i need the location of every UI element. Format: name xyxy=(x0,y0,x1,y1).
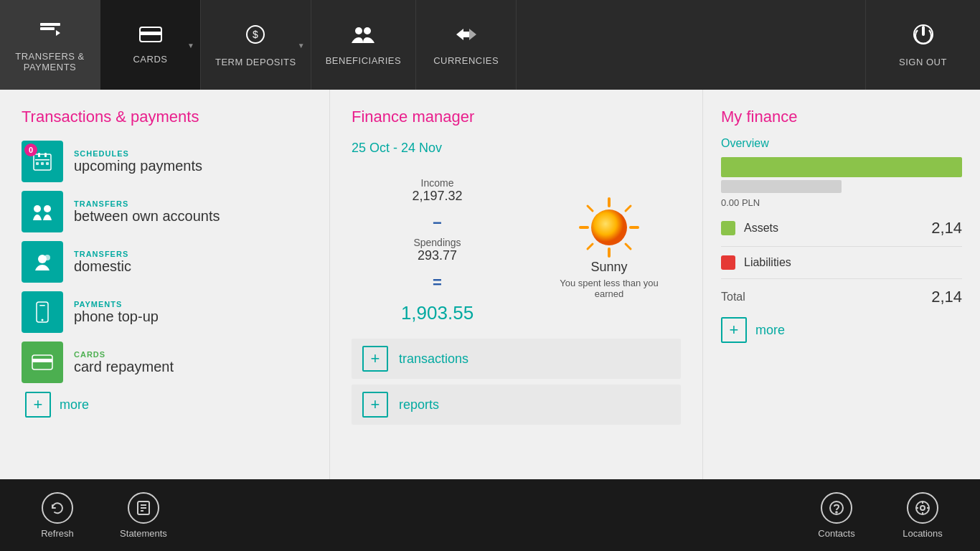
signout-label: SIGN OUT xyxy=(899,57,947,67)
cards-dropdown-arrow: ▼ xyxy=(187,41,194,49)
list-item-cards[interactable]: £ CARDS card repayment xyxy=(22,342,308,383)
cards-list-text: CARDS card repayment xyxy=(74,350,174,375)
finance-actions: + transactions + reports xyxy=(352,339,681,425)
reports-action-link[interactable]: + reports xyxy=(352,385,681,425)
equals-operator: = xyxy=(433,273,442,292)
nav-item-beneficiaries[interactable]: BENEFICIARIES xyxy=(311,0,416,90)
term-deposits-dropdown-arrow: ▼ xyxy=(298,41,305,49)
sunny-description: You spent less than you earned xyxy=(560,278,659,299)
svg-rect-13 xyxy=(35,159,50,161)
bottom-statements[interactable]: Statements xyxy=(108,492,179,539)
beneficiaries-label: BENEFICIARIES xyxy=(326,55,401,66)
cards-list-icon: £ xyxy=(22,342,63,383)
svg-rect-9 xyxy=(922,26,925,36)
list-item-transfers-own[interactable]: TRANSFERS between own accounts xyxy=(22,191,308,232)
transactions-more-link[interactable]: + more xyxy=(22,392,308,418)
beneficiaries-icon xyxy=(350,24,376,50)
svg-rect-15 xyxy=(41,162,44,165)
calc-left: Income 2,197.32 − Spendings 293.77 = 1,9… xyxy=(352,170,523,324)
my-finance-more-plus-icon: + xyxy=(721,317,747,343)
cards-list-category: CARDS xyxy=(74,350,174,359)
nav-item-currencies[interactable]: CURRENCIES xyxy=(416,0,517,90)
statements-icon xyxy=(128,492,159,524)
finance-date-range: 25 Oct - 24 Nov xyxy=(352,141,681,156)
svg-rect-11 xyxy=(38,153,40,157)
nav-item-signout[interactable]: SIGN OUT xyxy=(865,0,980,90)
cards-label: CARDS xyxy=(133,54,167,65)
bottom-refresh[interactable]: Refresh xyxy=(22,492,93,539)
sun-svg xyxy=(577,195,641,260)
list-item-payments[interactable]: PAYMENTS phone top-up xyxy=(22,291,308,333)
income-label: Income xyxy=(412,177,462,189)
reports-link-label: reports xyxy=(399,397,439,413)
currencies-icon xyxy=(453,24,479,50)
bottom-contacts[interactable]: Contacts xyxy=(801,492,872,539)
svg-rect-0 xyxy=(40,23,60,26)
svg-point-35 xyxy=(591,209,627,245)
svg-rect-23 xyxy=(39,305,45,306)
svg-rect-3 xyxy=(140,32,161,35)
my-finance-more-link[interactable]: + more xyxy=(721,317,962,343)
transfers-label: TRANSFERS &PAYMENTS xyxy=(15,51,85,72)
schedules-badge: 0 xyxy=(24,143,37,156)
calc-result: 1,903.55 xyxy=(401,302,473,324)
locations-label: Locations xyxy=(903,528,943,539)
top-navigation: TRANSFERS &PAYMENTS CARDS ▼ $ TERM DEPOS… xyxy=(0,0,980,90)
svg-rect-1 xyxy=(40,27,55,30)
contacts-icon xyxy=(821,492,852,524)
minus-operator: − xyxy=(433,214,442,232)
reports-plus-icon: + xyxy=(362,392,388,418)
svg-rect-16 xyxy=(46,162,49,165)
finance-manager-panel: Finance manager 25 Oct - 24 Nov Income 2… xyxy=(330,90,703,479)
my-finance-title: My finance xyxy=(721,108,962,126)
transactions-action-link[interactable]: + transactions xyxy=(352,339,681,379)
transactions-plus-icon: + xyxy=(362,346,388,372)
transfers-icon xyxy=(39,17,62,45)
svg-line-32 xyxy=(626,244,631,249)
overview-label: Overview xyxy=(721,137,962,150)
payments-icon xyxy=(22,291,63,333)
my-finance-panel: My finance Overview 0.00 PLN Assets 2,14… xyxy=(703,90,980,479)
assets-color-box xyxy=(721,221,735,235)
nav-item-term-deposits[interactable]: $ TERM DEPOSITS ▼ xyxy=(201,0,311,90)
payments-text: PAYMENTS phone top-up xyxy=(74,300,159,325)
liabilities-color-box xyxy=(721,255,735,270)
svg-point-43 xyxy=(920,506,925,510)
transfers-own-icon xyxy=(22,191,63,232)
income-value: 2,197.32 xyxy=(412,189,462,204)
sunny-desc-line1: You spent less than you xyxy=(560,278,659,288)
transfers-domestic-text: TRANSFERS domestic xyxy=(74,250,131,275)
bottom-locations[interactable]: Locations xyxy=(887,492,958,539)
assets-row: Assets 2,14 xyxy=(721,219,962,247)
transfers-own-text: TRANSFERS between own accounts xyxy=(74,199,220,225)
transactions-panel: Transactions & payments 0 SCHEDULES upco… xyxy=(0,90,330,479)
spendings-label: Spendings xyxy=(413,237,461,248)
bar-amount: 0.00 PLN xyxy=(721,197,962,208)
total-row: Total 2,14 xyxy=(721,288,962,306)
overview-bar-gray xyxy=(721,180,842,193)
transfers-own-label: between own accounts xyxy=(74,208,220,225)
transactions-title: Transactions & payments xyxy=(22,108,308,126)
assets-value: 2,14 xyxy=(931,219,962,237)
svg-rect-14 xyxy=(36,162,39,165)
cards-icon xyxy=(139,25,162,48)
svg-text:$: $ xyxy=(253,29,258,40)
svg-line-34 xyxy=(588,244,593,249)
cards-list-label: card repayment xyxy=(74,359,174,375)
finance-calc: Income 2,197.32 − Spendings 293.77 = 1,9… xyxy=(352,170,681,324)
contacts-label: Contacts xyxy=(818,528,854,539)
list-item-transfers-domestic[interactable]: TRANSFERS domestic xyxy=(22,241,308,283)
statements-label: Statements xyxy=(120,528,167,539)
nav-item-transfers[interactable]: TRANSFERS &PAYMENTS xyxy=(0,0,100,90)
term-deposits-label: TERM DEPOSITS xyxy=(215,57,296,67)
refresh-label: Refresh xyxy=(41,528,74,539)
svg-point-6 xyxy=(355,27,362,34)
spendings-value: 293.77 xyxy=(413,248,461,263)
svg-point-41 xyxy=(836,512,837,513)
nav-item-cards[interactable]: CARDS ▼ xyxy=(100,0,201,90)
bottom-bar: Refresh Statements Contacts xyxy=(0,479,980,551)
list-item-schedules[interactable]: 0 SCHEDULES upcoming payments xyxy=(22,141,308,182)
sunny-section: Sunny You spent less than you earned xyxy=(537,170,681,324)
svg-line-33 xyxy=(626,206,631,211)
overview-bar-green xyxy=(721,157,962,177)
